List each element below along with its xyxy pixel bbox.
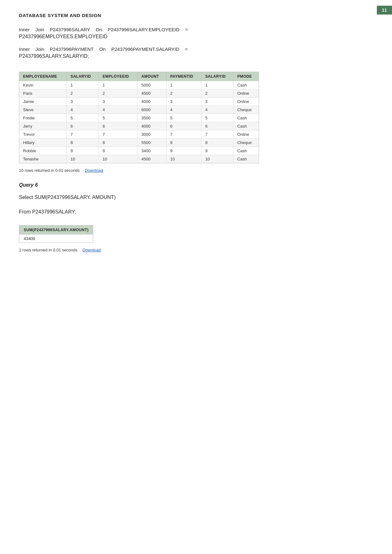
table-cell: 6 — [166, 122, 201, 130]
table-row: Steve44600044Cheque — [19, 106, 259, 114]
sql-on-1: On — [96, 27, 102, 32]
table-cell: 5 — [67, 114, 99, 122]
col-employeeid: EMPLOYEEID — [99, 72, 137, 81]
table-cell: 4 — [67, 106, 99, 114]
query6-download-link[interactable]: Download — [82, 248, 101, 252]
query6-table-header: SUM(P2437996SALARY.AMOUNT) — [19, 226, 93, 235]
table-cell: 1 — [99, 81, 137, 89]
table-row: Fredie55350055Cash — [19, 114, 259, 122]
table-cell: 10 — [99, 155, 137, 163]
table-cell: Jerry — [19, 122, 67, 130]
sql-line-4: P2437996SALARY.SALARYID; — [19, 52, 373, 60]
table-cell: 9 — [166, 147, 201, 155]
table-cell: 1 — [166, 81, 201, 89]
sql-join-2: Join — [35, 46, 44, 52]
table-cell: 1 — [201, 81, 233, 89]
query5-rows-text: 10 rows returned in 0.01 seconds — [19, 168, 80, 173]
table-cell: 10 — [67, 155, 99, 163]
table-cell: 5 — [166, 114, 201, 122]
table-cell: Paris — [19, 89, 67, 98]
table-row: Robbie99340099Cash — [19, 147, 259, 155]
table-row: Jerry66400066Cash — [19, 122, 259, 130]
query6-label: Query 6 — [19, 182, 373, 188]
table-cell: 2 — [67, 89, 99, 98]
table-cell: 8 — [67, 139, 99, 147]
sql-inner-1: Inner — [19, 27, 30, 32]
table-cell: 4500 — [137, 89, 166, 98]
table-cell: 4500 — [137, 155, 166, 163]
query6-table-wrapper: SUM(P2437996SALARY.AMOUNT) 43400 — [19, 225, 93, 243]
sql-on-2: On — [99, 46, 106, 52]
table-cell: 2 — [201, 89, 233, 98]
query5-download-link[interactable]: Download — [85, 168, 103, 173]
query5-rows-info: 10 rows returned in 0.01 seconds Downloa… — [19, 168, 373, 173]
table-row: Trevor77300077Online — [19, 130, 259, 139]
table-cell: 5000 — [137, 81, 166, 89]
query5-block: Inner Join P2437996SALARY On P2437996SAL… — [19, 27, 373, 173]
query5-table-header: EMPLOYEENAME SALARYID EMPLOYEEID AMOUNT … — [19, 72, 259, 81]
table-cell: 5 — [201, 114, 233, 122]
table-cell: 9 — [201, 147, 233, 155]
query6-sum-value: 43400 — [19, 235, 93, 243]
table-cell: 4 — [201, 106, 233, 114]
table-cell: Cash — [233, 122, 259, 130]
table-cell: 6 — [201, 122, 233, 130]
table-cell: 8 — [201, 139, 233, 147]
table-cell: Online — [233, 98, 259, 106]
col-pmode: PMODE — [233, 72, 259, 81]
sql-table-1: P2437996SALARY — [50, 27, 90, 32]
query6-table-body: 43400 — [19, 235, 93, 243]
table-cell: Online — [233, 130, 259, 139]
page-title: DATABASE SYSTEM AND DESIGN — [19, 13, 373, 18]
table-cell: 3500 — [137, 114, 166, 122]
query5-table-wrapper: EMPLOYEENAME SALARYID EMPLOYEEID AMOUNT … — [19, 72, 259, 163]
table-cell: Cash — [233, 114, 259, 122]
sql-equals-2: = — [185, 46, 188, 52]
table-cell: Tenashe — [19, 155, 67, 163]
table-cell: 5 — [99, 114, 137, 122]
table-cell: 8 — [99, 139, 137, 147]
sql-line-2: P2437996EMPLOYEES.EMPLOYEEID — [19, 32, 373, 41]
col-amount: AMOUNT — [137, 72, 166, 81]
query5-table: EMPLOYEENAME SALARYID EMPLOYEEID AMOUNT … — [19, 72, 259, 163]
table-cell: 1 — [67, 81, 99, 89]
table-cell: Cheque — [233, 139, 259, 147]
table-cell: Cash — [233, 155, 259, 163]
table-cell: 3 — [201, 98, 233, 106]
table-cell: 2 — [99, 89, 137, 98]
table-cell: Kevin — [19, 81, 67, 89]
col-employeename: EMPLOYEENAME — [19, 72, 67, 81]
query6-rows-info: 1 rows returned in 0.01 seconds Download — [19, 248, 373, 252]
table-cell: Online — [233, 89, 259, 98]
table-cell: Cheque — [233, 106, 259, 114]
table-cell: Cash — [233, 147, 259, 155]
table-row: Paris22450022Online — [19, 89, 259, 98]
col-salaryid-1: SALARYID — [67, 72, 99, 81]
table-cell: 9 — [99, 147, 137, 155]
sql-line-3: Inner Join P2437996PAYMENT On P2437996PA… — [19, 46, 373, 52]
table-cell: Jamie — [19, 98, 67, 106]
col-salaryid-2: SALARYID — [201, 72, 233, 81]
table-cell: 4000 — [137, 98, 166, 106]
table-cell: 8 — [166, 139, 201, 147]
table-row: Jamie33400033Online — [19, 98, 259, 106]
table-cell: Steve — [19, 106, 67, 114]
table-cell: 10 — [201, 155, 233, 163]
table-cell: 3 — [166, 98, 201, 106]
table-cell: 3400 — [137, 147, 166, 155]
table-cell: 6000 — [137, 106, 166, 114]
table-cell: 9 — [67, 147, 99, 155]
table-cell: 5500 — [137, 139, 166, 147]
table-cell: 3 — [99, 98, 137, 106]
table-row: Tenashe101045001010Cash — [19, 155, 259, 163]
query6-block: Query 6 Select SUM(P2437996SALARY. AMOUN… — [19, 182, 373, 252]
table-cell: 7 — [201, 130, 233, 139]
query6-header-row: SUM(P2437996SALARY.AMOUNT) — [19, 226, 93, 235]
query6-table: SUM(P2437996SALARY.AMOUNT) 43400 — [19, 226, 93, 243]
table-cell: 7 — [67, 130, 99, 139]
query6-line1: Select SUM(P2437996SALARY. AMOUNT) — [19, 193, 373, 202]
table-cell: Robbie — [19, 147, 67, 155]
col-paymentid: PAYMENTID — [166, 72, 201, 81]
table-cell: 2 — [166, 89, 201, 98]
sql-line-1: Inner Join P2437996SALARY On P2437996SAL… — [19, 27, 373, 32]
